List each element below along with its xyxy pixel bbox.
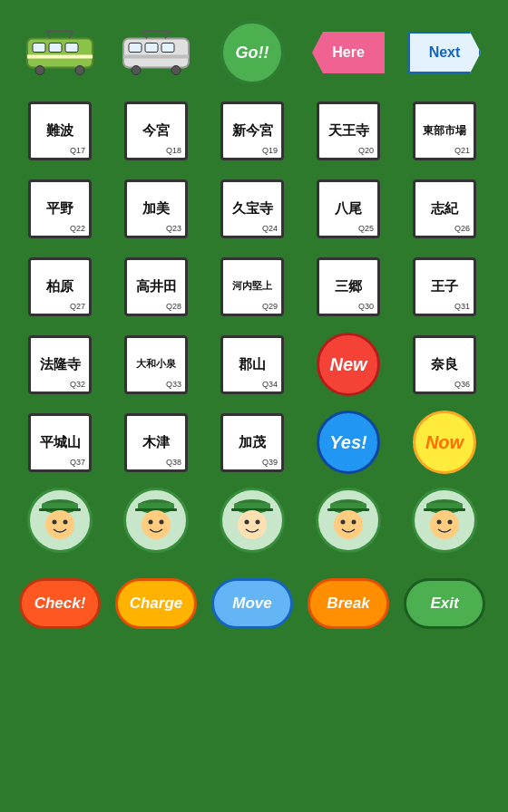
station-sign-q22[interactable]: 平野 Q22 xyxy=(28,179,92,238)
check-button-cell[interactable]: Check! xyxy=(16,571,103,636)
station-q19-cell[interactable]: 新今宮 Q19 xyxy=(209,94,296,167)
yes-badge[interactable]: Yes! xyxy=(317,411,380,474)
face5-cell[interactable] xyxy=(401,484,488,556)
station-q31-cell[interactable]: 王子 Q31 xyxy=(401,250,488,323)
svg-point-25 xyxy=(64,520,68,525)
svg-line-7 xyxy=(46,32,51,39)
station-sign-q25[interactable]: 八尾 Q25 xyxy=(317,179,380,238)
station-q25-cell[interactable]: 八尾 Q25 xyxy=(305,172,392,245)
green-train-icon xyxy=(24,25,96,80)
station-q20-cell[interactable]: 天王寺 Q20 xyxy=(305,94,392,167)
action-buttons-row: Check! Charge Move Break Exit xyxy=(9,564,499,643)
svg-point-49 xyxy=(448,520,453,525)
green-train-cell[interactable] xyxy=(16,16,103,89)
next-button-cell[interactable]: Next xyxy=(401,16,488,89)
station-q38-cell[interactable]: 木津 Q38 xyxy=(112,406,200,478)
break-button[interactable]: Break xyxy=(308,578,389,629)
svg-point-42 xyxy=(341,520,346,525)
station-q17-cell[interactable]: 難波 Q17 xyxy=(16,94,103,167)
face3-cell[interactable] xyxy=(209,484,296,556)
station-q21-cell[interactable]: 東部市場 Q21 xyxy=(401,94,488,167)
move-button[interactable]: Move xyxy=(211,578,293,629)
station-sign-q38[interactable]: 木津 Q38 xyxy=(124,413,188,472)
station-sign-q19[interactable]: 新今宮 Q19 xyxy=(220,102,284,160)
station-q27-cell[interactable]: 柏原 Q27 xyxy=(16,250,103,323)
station-q36-cell[interactable]: 奈良 Q36 xyxy=(401,328,488,401)
main-grid: Go!! Here Next 難波 Q17 今宮 Q18 新今宮 Q19 天 xyxy=(9,9,499,564)
svg-point-43 xyxy=(352,520,357,525)
new-badge[interactable]: New xyxy=(317,333,380,396)
station-q39-cell[interactable]: 加茂 Q39 xyxy=(209,406,296,478)
station-q37-cell[interactable]: 平城山 Q37 xyxy=(16,406,103,478)
yes-badge-cell[interactable]: Yes! xyxy=(305,406,392,478)
svg-point-24 xyxy=(53,520,57,525)
station-q26-cell[interactable]: 志紀 Q26 xyxy=(401,172,488,245)
here-button[interactable]: Here xyxy=(312,32,385,73)
station-sign-q32[interactable]: 法隆寺 Q32 xyxy=(28,335,92,394)
station-q29-cell[interactable]: 河内堅上 Q29 xyxy=(209,250,296,323)
station-sign-q24[interactable]: 久宝寺 Q24 xyxy=(220,179,284,238)
station-q32-cell[interactable]: 法隆寺 Q32 xyxy=(16,328,103,401)
svg-point-6 xyxy=(75,66,84,75)
here-button-cell[interactable]: Here xyxy=(305,16,392,89)
move-button-cell[interactable]: Move xyxy=(209,571,296,636)
face-character-4[interactable] xyxy=(316,488,381,553)
face4-cell[interactable] xyxy=(305,484,392,556)
exit-button[interactable]: Exit xyxy=(404,578,485,629)
gray-train-icon xyxy=(120,25,192,80)
svg-rect-4 xyxy=(27,55,93,59)
station-sign-q20[interactable]: 天王寺 Q20 xyxy=(317,102,380,160)
face2-cell[interactable] xyxy=(112,484,200,556)
charge-button-cell[interactable]: Charge xyxy=(112,571,200,636)
next-button[interactable]: Next xyxy=(408,32,481,73)
svg-point-41 xyxy=(334,510,363,539)
station-sign-q26[interactable]: 志紀 Q26 xyxy=(413,179,476,238)
station-sign-q17[interactable]: 難波 Q17 xyxy=(28,102,92,160)
now-badge-cell[interactable]: Now xyxy=(401,406,488,478)
face-character-1[interactable] xyxy=(27,488,93,553)
station-sign-q39[interactable]: 加茂 Q39 xyxy=(220,413,284,472)
go-button-cell[interactable]: Go!! xyxy=(209,16,296,89)
face-character-3[interactable] xyxy=(220,488,285,553)
svg-line-17 xyxy=(142,32,147,39)
face1-cell[interactable] xyxy=(16,484,103,556)
station-q24-cell[interactable]: 久宝寺 Q24 xyxy=(209,172,296,245)
exit-button-cell[interactable]: Exit xyxy=(401,571,488,636)
now-badge[interactable]: Now xyxy=(413,411,476,474)
station-q23-cell[interactable]: 加美 Q23 xyxy=(112,172,200,245)
svg-point-36 xyxy=(245,520,249,525)
station-sign-q37[interactable]: 平城山 Q37 xyxy=(28,413,92,472)
station-sign-q36[interactable]: 奈良 Q36 xyxy=(413,335,476,394)
station-sign-q34[interactable]: 郡山 Q34 xyxy=(220,335,284,394)
face-character-2[interactable] xyxy=(123,488,189,553)
gray-train-cell[interactable] xyxy=(112,16,200,89)
station-sign-q28[interactable]: 高井田 Q28 xyxy=(124,257,188,316)
svg-point-30 xyxy=(149,520,153,525)
station-sign-q29[interactable]: 河内堅上 Q29 xyxy=(220,257,284,316)
svg-point-47 xyxy=(430,510,459,539)
station-q28-cell[interactable]: 高井田 Q28 xyxy=(112,250,200,323)
station-q33-cell[interactable]: 大和小泉 Q33 xyxy=(112,328,200,401)
officer-face-1-icon xyxy=(30,490,90,550)
station-sign-q21[interactable]: 東部市場 Q21 xyxy=(413,102,476,160)
station-q22-cell[interactable]: 平野 Q22 xyxy=(16,172,103,245)
station-sign-q23[interactable]: 加美 Q23 xyxy=(124,179,188,238)
station-q18-cell[interactable]: 今宮 Q18 xyxy=(112,94,200,167)
svg-point-35 xyxy=(238,510,267,539)
station-sign-q27[interactable]: 柏原 Q27 xyxy=(28,257,92,316)
face-character-5[interactable] xyxy=(412,488,477,553)
station-sign-q18[interactable]: 今宮 Q18 xyxy=(124,102,188,160)
station-sign-q31[interactable]: 王子 Q31 xyxy=(413,257,476,316)
station-q30-cell[interactable]: 三郷 Q30 xyxy=(305,250,392,323)
station-sign-q33[interactable]: 大和小泉 Q33 xyxy=(124,335,188,394)
new-badge-cell[interactable]: New xyxy=(305,328,392,401)
charge-button[interactable]: Charge xyxy=(115,578,197,629)
check-button[interactable]: Check! xyxy=(19,578,101,629)
svg-point-16 xyxy=(171,66,181,75)
station-sign-q30[interactable]: 三郷 Q30 xyxy=(317,257,380,316)
station-q34-cell[interactable]: 郡山 Q34 xyxy=(209,328,296,401)
break-button-cell[interactable]: Break xyxy=(305,571,392,636)
go-button[interactable]: Go!! xyxy=(220,20,285,85)
svg-point-29 xyxy=(142,510,171,539)
svg-rect-3 xyxy=(65,44,78,53)
